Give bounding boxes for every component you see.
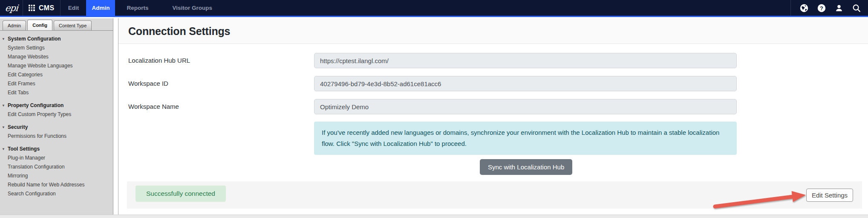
workspace-name-label: Workspace Name [128,99,179,114]
collapse-triangle-icon: ▼ [2,101,5,110]
tab-admin[interactable]: Admin [3,20,26,30]
field-row-workspace-id: Workspace ID [118,76,868,91]
admin-sidebar: Admin Config Content Type ▼ System Confi… [0,18,113,215]
edit-settings-button[interactable]: Edit Settings [806,189,853,202]
page: epi CMS Edit Admin Reports Visitor Group… [0,0,868,218]
search-icon[interactable] [852,3,861,13]
workspace-id-input[interactable] [314,76,737,91]
sidebar-item-mirroring[interactable]: Mirroring [0,171,113,180]
group-property-configuration: ▼ Property Configuration Edit Custom Pro… [0,101,113,119]
workspace-name-input[interactable] [314,99,737,114]
field-row-localization-hub-url: Localization Hub URL [118,53,868,68]
workspace-id-label: Workspace ID [128,76,168,91]
sidebar-item-permissions-for-functions[interactable]: Permissions for Functions [0,132,113,141]
sidebar-item-system-settings[interactable]: System Settings [0,44,113,52]
main-content: Connection Settings Localization Hub URL… [118,18,868,215]
collapse-triangle-icon: ▼ [2,123,5,132]
field-row-workspace-name: Workspace Name [118,99,868,114]
config-tree: ▼ System Configuration System Settings M… [0,31,113,198]
bottom-edge-strip [0,215,868,218]
epi-logo[interactable]: epi [0,0,23,16]
sidebar-item-edit-custom-property-types[interactable]: Edit Custom Property Types [0,110,113,119]
epi-logo-text: epi [4,3,18,13]
tab-config[interactable]: Config [27,20,52,30]
sidebar-item-search-configuration[interactable]: Search Configuration [0,189,113,198]
group-header-security[interactable]: ▼ Security [0,123,113,132]
status-footer-bar: Successfully connected Edit Settings [127,181,862,209]
help-icon[interactable]: ? [817,3,826,13]
app-grid-icon[interactable] [29,5,35,11]
collapse-triangle-icon: ▼ [2,145,5,154]
sidebar-item-manage-websites[interactable]: Manage Websites [0,52,113,61]
nav-item-reports[interactable]: Reports [118,0,157,16]
sync-with-localization-hub-button[interactable]: Sync with Localization Hub [480,159,572,175]
product-switcher[interactable]: CMS [23,0,61,16]
page-title: Connection Settings [128,25,230,37]
group-header-system-configuration[interactable]: ▼ System Configuration [0,35,113,44]
group-header-property-configuration[interactable]: ▼ Property Configuration [0,101,113,110]
user-icon[interactable] [834,3,844,13]
tab-content-type[interactable]: Content Type [54,20,92,30]
group-security: ▼ Security Permissions for Functions [0,123,113,141]
sidebar-item-rebuild-name-for-web-addresses[interactable]: Rebuild Name for Web Addresses [0,180,113,189]
group-tool-settings: ▼ Tool Settings Plug-in Manager Translat… [0,145,113,198]
nav-item-visitor-groups[interactable]: Visitor Groups [163,0,221,16]
sidebar-item-translation-configuration[interactable]: Translation Configuration [0,163,113,171]
svg-text:?: ? [820,5,823,11]
status-badge: Successfully connected [136,186,226,202]
sidebar-item-edit-categories[interactable]: Edit Categories [0,70,113,79]
sidebar-item-plug-in-manager[interactable]: Plug-in Manager [0,154,113,163]
localization-hub-url-input[interactable] [314,53,737,68]
group-system-configuration: ▼ System Configuration System Settings M… [0,35,113,97]
sidebar-item-edit-tabs[interactable]: Edit Tabs [0,88,113,97]
nav-utility-icons: ? [790,0,868,16]
nav-item-admin[interactable]: Admin [86,0,115,16]
group-header-tool-settings[interactable]: ▼ Tool Settings [0,145,113,154]
collapse-triangle-icon: ▼ [2,35,5,44]
localization-hub-url-label: Localization Hub URL [128,53,190,68]
sync-info-alert: If you've recently added new languages o… [314,122,737,155]
nav-item-edit[interactable]: Edit [61,0,86,16]
sidebar-tabbar: Admin Config Content Type [0,18,113,31]
sidebar-item-manage-website-languages[interactable]: Manage Website Languages [0,61,113,70]
globe-icon[interactable] [799,3,809,13]
product-name: CMS [39,4,54,12]
top-navigation: epi CMS Edit Admin Reports Visitor Group… [0,0,868,17]
page-header: Connection Settings [118,18,868,44]
sidebar-item-edit-frames[interactable]: Edit Frames [0,79,113,88]
